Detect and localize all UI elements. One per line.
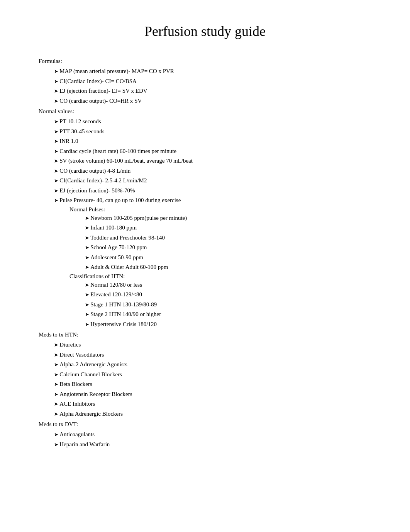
list-item: CO (cardiac output)- CO=HR x SV	[54, 97, 371, 105]
list-item: Elevated 120-129/<80	[85, 290, 371, 299]
list-item: Infant 100-180 ppm	[85, 223, 371, 232]
list-item: Stage 1 HTN 130-139/80-89	[85, 300, 371, 309]
htn-classifications-list: Normal 120/80 or less Elevated 120-129/<…	[39, 280, 371, 329]
meds-dvt-section: Meds to tx DVT: Anticoagulants Heparin a…	[39, 421, 371, 449]
htn-classifications-label: Classifications of HTN:	[39, 273, 371, 280]
list-item: Toddler and Preschooler 98-140	[85, 233, 371, 242]
list-item: CI(Cardiac Index)- CI= CO/BSA	[54, 77, 371, 86]
list-item: INR 1.0	[54, 137, 371, 146]
list-item: Normal 120/80 or less	[85, 280, 371, 289]
list-item: Heparin and Warfarin	[54, 440, 371, 449]
list-item: Hypertensive Crisis 180/120	[85, 320, 371, 329]
meds-dvt-label: Meds to tx DVT:	[39, 421, 371, 428]
list-item: PT 10-12 seconds	[54, 117, 371, 126]
meds-htn-label: Meds to tx HTN:	[39, 331, 371, 338]
normal-values-list: PT 10-12 seconds PTT 30-45 seconds INR 1…	[39, 117, 371, 205]
list-item: PTT 30-45 seconds	[54, 127, 371, 136]
normal-pulses-list: Newborn 100-205 ppm(pulse per minute) In…	[39, 214, 371, 272]
meds-htn-list: Diuretics Direct Vasodilators Alpha-2 Ad…	[39, 340, 371, 418]
list-item: EJ (ejection fraction)- EJ= SV x EDV	[54, 87, 371, 95]
list-item: EJ (ejection fraction)- 50%-70%	[54, 186, 371, 195]
formulas-label: Formulas:	[39, 58, 371, 65]
list-item: SV (stroke volume) 60-100 mL/beat, avera…	[54, 156, 371, 165]
list-item: Adult & Older Adult 60-100 ppm	[85, 263, 371, 272]
list-item: Stage 2 HTN 140/90 or higher	[85, 310, 371, 319]
list-item: Pulse Pressure- 40, can go up to 100 dur…	[54, 196, 371, 205]
meds-htn-section: Meds to tx HTN: Diuretics Direct Vasodil…	[39, 331, 371, 418]
list-item: Diuretics	[54, 340, 371, 349]
list-item: Calcium Channel Blockers	[54, 370, 371, 379]
list-item: Cardiac cycle (heart rate) 60-100 times …	[54, 147, 371, 156]
meds-dvt-list: Anticoagulants Heparin and Warfarin	[39, 430, 371, 449]
list-item: Alpha-2 Adrenergic Agonists	[54, 360, 371, 369]
list-item: Direct Vasodilators	[54, 350, 371, 359]
formulas-list: MAP (mean arterial pressure)- MAP= CO x …	[39, 67, 371, 105]
page-title: Perfusion study guide	[39, 23, 371, 39]
normal-values-label: Normal values:	[39, 108, 371, 115]
list-item: Newborn 100-205 ppm(pulse per minute)	[85, 214, 371, 223]
list-item: CO (cardiac output) 4-8 L/min	[54, 167, 371, 175]
list-item: MAP (mean arterial pressure)- MAP= CO x …	[54, 67, 371, 76]
normal-pulses-label: Normal Pulses:	[39, 206, 371, 213]
list-item: Alpha Adrenergic Blockers	[54, 410, 371, 418]
list-item: Angiotensin Receptor Blockers	[54, 390, 371, 399]
list-item: Anticoagulants	[54, 430, 371, 439]
formulas-section: Formulas: MAP (mean arterial pressure)- …	[39, 58, 371, 105]
list-item: Beta Blockers	[54, 380, 371, 389]
list-item: CI(Cardiac Index)- 2.5-4.2 L/min/M2	[54, 176, 371, 185]
list-item: Adolescent 50-90 ppm	[85, 253, 371, 262]
list-item: School Age 70-120 ppm	[85, 243, 371, 252]
normal-values-section: Normal values: PT 10-12 seconds PTT 30-4…	[39, 108, 371, 328]
list-item: ACE Inhibitors	[54, 399, 371, 408]
